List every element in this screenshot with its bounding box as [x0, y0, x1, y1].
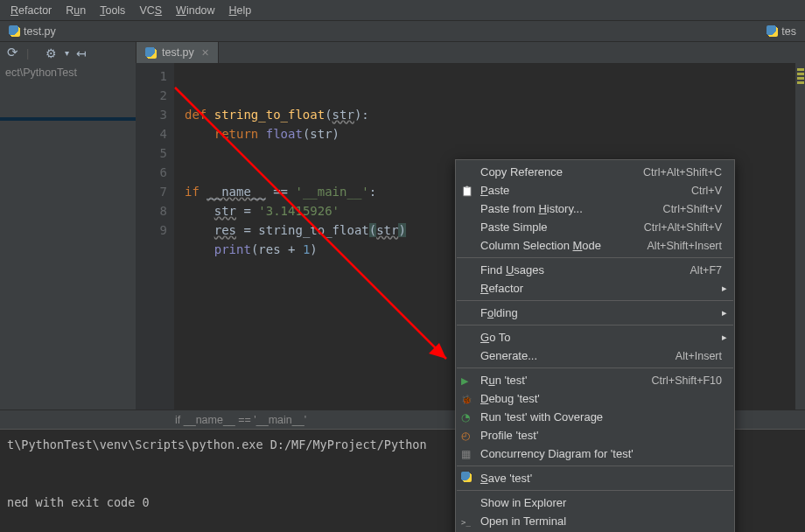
line-number: 6 [139, 163, 167, 182]
menu-separator [457, 325, 733, 326]
warning-marker[interactable] [797, 77, 804, 80]
ctx-concurrency[interactable]: Concurrency Diagram for 'test' [456, 444, 734, 463]
python-icon [145, 47, 157, 59]
menu-bar: Refactor Run Tools VCS Window Help [0, 0, 805, 21]
gear-icon[interactable] [46, 46, 58, 59]
breadcrumb-label: if __name__ == '__main__' [175, 414, 306, 426]
warning-marker[interactable] [797, 81, 804, 84]
ctx-paste[interactable]: Paste Ctrl+V [456, 181, 734, 200]
dropdown-caret-icon[interactable]: ▾ [65, 48, 69, 58]
ctx-profile[interactable]: Profile 'test' [456, 426, 734, 444]
warning-marker[interactable] [797, 73, 804, 75]
line-number: 7 [139, 182, 167, 201]
ctx-goto[interactable]: Go To [456, 328, 734, 346]
menu-vcs[interactable]: VCS [132, 3, 169, 18]
editor-tab-test-py[interactable]: test.py ✕ [136, 42, 219, 63]
ctx-refactor[interactable]: Refactor [456, 279, 734, 298]
python-icon [766, 25, 778, 37]
run-icon [461, 374, 475, 388]
line-number: 2 [139, 86, 167, 105]
tool-row: ▾ test.py ✕ [0, 42, 805, 63]
project-toolbar: ▾ [0, 46, 136, 59]
menu-refactor[interactable]: Refactor [4, 3, 59, 18]
line-number: 5 [139, 144, 167, 163]
console-line: ned with exit code 0 [7, 495, 150, 509]
ctx-run-coverage[interactable]: Run 'test' with Coverage [456, 408, 734, 426]
divider-icon [26, 46, 38, 59]
terminal-icon [461, 514, 475, 528]
menu-separator [457, 466, 733, 466]
menu-help[interactable]: Help [222, 3, 259, 18]
coverage-icon [461, 410, 475, 424]
project-path-label: ect\PythonTest [0, 63, 136, 82]
ctx-run[interactable]: Run 'test' Ctrl+Shift+F10 [456, 371, 734, 389]
file-tab-right-label: tes [781, 25, 796, 38]
menu-window[interactable]: Window [169, 3, 221, 18]
ctx-open-terminal[interactable]: Open in Terminal [456, 512, 734, 530]
ctx-folding[interactable]: Folding [456, 304, 734, 322]
ctx-paste-simple[interactable]: Paste Simple Ctrl+Alt+Shift+V [456, 218, 734, 236]
menu-separator [457, 257, 733, 258]
file-tab-label: test.py [24, 25, 56, 38]
ctx-generate[interactable]: Generate... Alt+Insert [456, 346, 734, 365]
ctx-paste-history[interactable]: Paste from History... Ctrl+Shift+V [456, 200, 734, 218]
editor-tab-label: test.py [162, 46, 194, 59]
error-stripe[interactable] [794, 63, 805, 410]
sidebar-selection[interactable] [0, 117, 136, 121]
editor-context-menu: Copy Reference Ctrl+Alt+Shift+C Paste Ct… [455, 159, 735, 532]
ctx-debug[interactable]: Debug 'test' [456, 389, 734, 408]
editor-gutter[interactable]: 1 2 3 4 5 6 7 8 9 [136, 63, 174, 410]
ctx-show-explorer[interactable]: Show in Explorer [456, 494, 734, 512]
editor-tab-bar: test.py ✕ [136, 42, 219, 63]
warning-marker[interactable] [797, 68, 804, 71]
line-number: 8 [139, 201, 167, 220]
ctx-column-selection[interactable]: Column Selection Mode Alt+Shift+Insert [456, 236, 734, 255]
menu-separator [457, 490, 733, 491]
project-sidebar[interactable]: ect\PythonTest [0, 63, 136, 410]
ctx-save[interactable]: Save 'test' [456, 469, 734, 487]
sync-icon[interactable] [7, 46, 19, 59]
line-number: 3 [139, 105, 167, 124]
line-number: 4 [139, 124, 167, 144]
python-icon [9, 25, 20, 37]
line-number: 1 [139, 66, 167, 86]
ctx-find-usages[interactable]: Find Usages Alt+F7 [456, 261, 734, 279]
file-tab-strip: test.py tes [0, 21, 805, 42]
python-icon [461, 472, 475, 486]
concurrency-icon [461, 447, 475, 461]
debug-icon [461, 392, 475, 406]
console-line: t\PythonTest\venv\Scripts\python.exe D:/… [7, 438, 427, 452]
ctx-copy-reference[interactable]: Copy Reference Ctrl+Alt+Shift+C [456, 163, 734, 181]
collapse-icon[interactable] [76, 46, 88, 59]
menu-tools[interactable]: Tools [93, 3, 132, 18]
close-icon[interactable]: ✕ [201, 47, 209, 59]
file-tab-right[interactable]: tes [758, 23, 805, 40]
line-number: 9 [139, 220, 167, 240]
file-tab-test-py[interactable]: test.py [0, 23, 65, 40]
paste-icon [461, 184, 475, 198]
profile-icon [461, 429, 475, 443]
menu-separator [457, 300, 733, 301]
menu-run[interactable]: Run [59, 3, 93, 18]
menu-separator [457, 368, 733, 368]
